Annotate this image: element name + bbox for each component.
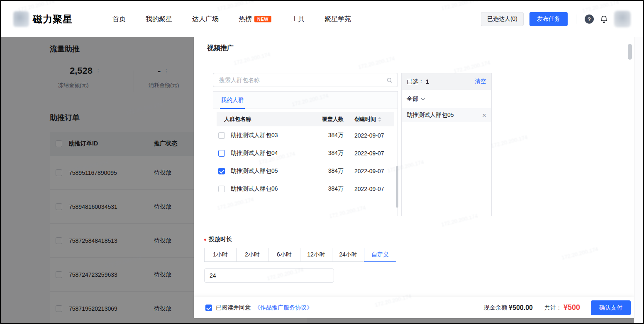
- audience-row[interactable]: 助推测试人群包03 384万 2022-09-07: [217, 126, 394, 144]
- duration-options: 1小时 2小时 6小时 12小时 24小时 自定义: [204, 248, 396, 262]
- column-header-date: 创建时间: [344, 116, 394, 123]
- brand-name: 磁力聚星: [33, 13, 73, 26]
- navbar-actions: 已选达人(0) 发布任务 ?: [481, 11, 631, 27]
- nav-item-hot-list[interactable]: 热榜NEW: [239, 15, 271, 24]
- tab-my-audience[interactable]: 我的人群: [220, 92, 245, 109]
- selected-audience-panel: 已选： 1 清空 全部 助推测试人群包05 ×: [401, 73, 492, 216]
- nav-label: 热榜: [239, 15, 252, 24]
- selected-talent-button[interactable]: 已选达人(0): [481, 12, 524, 26]
- help-icon[interactable]: ?: [585, 15, 594, 24]
- nav-label: 我的聚星: [146, 15, 172, 24]
- duration-option-6h[interactable]: 6小时: [268, 248, 300, 262]
- column-header-date-label: 创建时间: [354, 116, 376, 123]
- video-promotion-modal: 视频推广 我的人群 人群包名称 覆盖人数: [194, 37, 634, 318]
- balance-label: 现金余额: [484, 304, 507, 312]
- filter-label: 全部: [407, 95, 418, 103]
- audience-date: 2022-09-07: [344, 168, 394, 174]
- audience-tab-bar: 我的人群: [213, 92, 398, 109]
- audience-date: 2022-09-07: [344, 132, 394, 139]
- duration-option-2h[interactable]: 2小时: [236, 248, 268, 262]
- window-scrollbar[interactable]: [634, 37, 643, 323]
- main-nav: 首页 我的聚星 达人广场 热榜NEW 工具 聚星学苑: [112, 15, 351, 24]
- selected-count: 1: [426, 78, 429, 85]
- total-label: 共计：: [544, 304, 562, 312]
- audience-row[interactable]: 助推测试人群包04 384万 2022-09-07: [217, 144, 394, 162]
- audience-name: 助推测试人群包05: [231, 167, 310, 175]
- audience-list-header: 人群包名称 覆盖人数 创建时间: [217, 112, 394, 126]
- audience-checkbox[interactable]: [218, 132, 225, 139]
- selected-label: 已选：: [407, 78, 424, 85]
- confirm-pay-button[interactable]: 确认支付: [591, 300, 631, 315]
- required-dot-icon: [204, 239, 206, 241]
- nav-item-tools[interactable]: 工具: [291, 15, 305, 24]
- audience-list-panel: 我的人群 人群包名称 覆盖人数 创建时间 助推测试人群包03 38: [213, 91, 398, 216]
- nav-item-home[interactable]: 首页: [112, 15, 126, 24]
- modal-title: 视频推广: [207, 44, 234, 53]
- audience-count: 384万: [310, 132, 344, 139]
- nav-label: 工具: [291, 15, 305, 24]
- browser-window: 磁力聚星 首页 我的聚星 达人广场 热榜NEW 工具 聚星学苑 已选达人(0) …: [0, 0, 644, 324]
- list-scrollbar-thumb[interactable]: [396, 166, 398, 208]
- modal-footer: 已阅读并同意 《作品推广服务协议》 现金余额 ¥500.00 共计： ¥500 …: [194, 297, 634, 318]
- selected-audience-item: 助推测试人群包05 ×: [402, 108, 491, 122]
- selected-header: 已选： 1 清空: [402, 73, 491, 90]
- new-badge: NEW: [254, 16, 271, 22]
- audience-row[interactable]: 助推测试人群包05 384万 2022-09-07: [217, 162, 394, 180]
- sort-icon[interactable]: [378, 117, 381, 122]
- modal-scrollbar-thumb[interactable]: [628, 44, 632, 60]
- agreement-text: 已阅读并同意: [216, 304, 251, 312]
- brand-logo-icon: [13, 11, 29, 27]
- divider: [576, 15, 576, 24]
- nav-item-talent-square[interactable]: 达人广场: [192, 15, 219, 24]
- nav-label: 首页: [112, 15, 126, 24]
- remove-item-icon[interactable]: ×: [482, 112, 486, 119]
- audience-row[interactable]: 助推测试人群包06 384万 2022-09-07: [217, 180, 394, 198]
- selected-item-name: 助推测试人群包05: [407, 111, 454, 119]
- duration-label: 投放时长: [204, 236, 232, 243]
- audience-count: 384万: [310, 167, 344, 175]
- duration-option-custom[interactable]: 自定义: [364, 248, 396, 262]
- audience-name: 助推测试人群包03: [231, 132, 310, 139]
- nav-label: 聚星学苑: [324, 15, 351, 24]
- audience-search-input[interactable]: [218, 76, 386, 84]
- audience-date: 2022-09-07: [344, 186, 394, 192]
- audience-count: 384万: [310, 185, 344, 193]
- payment-area: 现金余额 ¥500.00 共计： ¥500 确认支付: [484, 300, 631, 315]
- notification-bell-icon[interactable]: [600, 15, 608, 24]
- column-header-name: 人群包名称: [217, 116, 310, 123]
- duration-label-text: 投放时长: [209, 236, 232, 243]
- chevron-down-icon: [421, 97, 425, 101]
- brand[interactable]: 磁力聚星: [13, 11, 73, 27]
- audience-search-box: [213, 73, 398, 87]
- audience-list: 人群包名称 覆盖人数 创建时间 助推测试人群包03 384万 2022-09-0…: [213, 109, 398, 201]
- duration-option-12h[interactable]: 12小时: [300, 248, 332, 262]
- audience-checkbox[interactable]: [218, 150, 225, 157]
- publish-task-button[interactable]: 发布任务: [529, 12, 568, 26]
- custom-duration-input[interactable]: [204, 268, 334, 283]
- agreement-checkbox[interactable]: [205, 305, 212, 311]
- audience-name: 助推测试人群包04: [231, 150, 310, 157]
- audience-count: 384万: [310, 150, 344, 157]
- nav-item-academy[interactable]: 聚星学苑: [324, 15, 351, 24]
- top-navbar: 磁力聚星 首页 我的聚星 达人广场 热榜NEW 工具 聚星学苑 已选达人(0) …: [1, 1, 643, 37]
- column-header-count: 覆盖人数: [310, 116, 344, 123]
- clear-selection-link[interactable]: 清空: [475, 78, 486, 85]
- balance-value: ¥500.00: [509, 304, 533, 312]
- audience-date: 2022-09-07: [344, 150, 394, 157]
- duration-option-24h[interactable]: 24小时: [332, 248, 364, 262]
- selected-filter-dropdown[interactable]: 全部: [402, 90, 491, 106]
- nav-label: 达人广场: [192, 15, 219, 24]
- agreement-row: 已阅读并同意 《作品推广服务协议》: [205, 304, 312, 312]
- avatar[interactable]: [614, 11, 631, 27]
- search-icon[interactable]: [386, 77, 393, 83]
- audience-checkbox[interactable]: [218, 186, 225, 192]
- duration-option-1h[interactable]: 1小时: [204, 248, 237, 262]
- audience-checkbox-checked[interactable]: [218, 168, 225, 174]
- audience-name: 助推测试人群包06: [231, 185, 310, 193]
- total-value: ¥500: [564, 303, 580, 312]
- nav-item-my-juxing[interactable]: 我的聚星: [146, 15, 172, 24]
- page-content: 流量助推 2,528⋮ 冻结金额(元) -⋮ 消耗金额(元) 助推订单 助推订单…: [1, 37, 643, 323]
- agreement-link[interactable]: 《作品推广服务协议》: [254, 304, 312, 312]
